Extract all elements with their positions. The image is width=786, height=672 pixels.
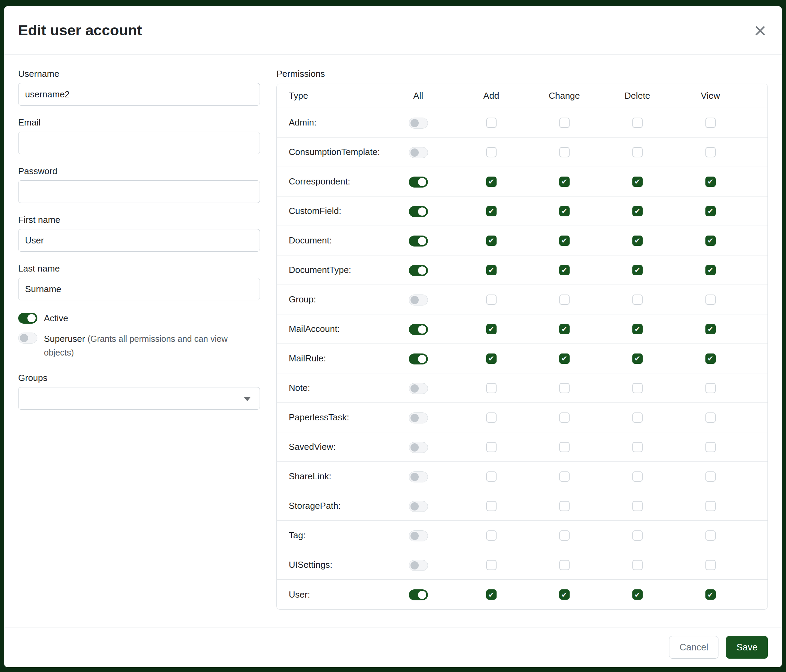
perm-all-toggle[interactable] (409, 589, 428, 600)
perm-change-checkbox[interactable] (559, 295, 570, 305)
perm-add-checkbox[interactable]: ✔ (486, 324, 497, 334)
perm-view-checkbox[interactable]: ✔ (706, 589, 716, 600)
perm-delete-checkbox[interactable]: ✔ (632, 265, 643, 275)
perm-view-checkbox[interactable] (706, 471, 716, 482)
perm-change-checkbox[interactable]: ✔ (559, 589, 570, 600)
password-input[interactable] (18, 181, 260, 203)
perm-change-checkbox[interactable] (559, 383, 570, 393)
perm-add-checkbox[interactable] (486, 383, 497, 393)
perm-all-toggle[interactable] (409, 295, 428, 306)
perm-delete-checkbox[interactable] (632, 147, 643, 157)
perm-all-toggle[interactable] (409, 383, 428, 394)
perm-add-checkbox[interactable] (486, 413, 497, 423)
groups-select[interactable] (18, 387, 260, 410)
perm-all-toggle[interactable] (409, 501, 428, 512)
perm-all-toggle[interactable] (409, 236, 428, 247)
perm-change-checkbox[interactable] (559, 560, 570, 570)
active-toggle[interactable] (18, 313, 38, 323)
permission-type-label: CustomField: (277, 206, 382, 216)
perm-add-checkbox[interactable]: ✔ (486, 177, 497, 187)
perm-add-checkbox[interactable]: ✔ (486, 206, 497, 216)
save-button[interactable]: Save (726, 636, 768, 659)
perm-delete-checkbox[interactable] (632, 383, 643, 393)
perm-all-toggle[interactable] (409, 177, 428, 188)
perm-add-checkbox[interactable] (486, 531, 497, 541)
perm-add-checkbox[interactable]: ✔ (486, 589, 497, 600)
perm-add-checkbox[interactable]: ✔ (486, 265, 497, 275)
perm-add-checkbox[interactable] (486, 442, 497, 452)
permission-row: StoragePath: (277, 491, 767, 521)
perm-add-checkbox[interactable] (486, 501, 497, 511)
perm-view-checkbox[interactable] (706, 295, 716, 305)
perm-delete-checkbox[interactable]: ✔ (632, 589, 643, 600)
perm-delete-checkbox[interactable] (632, 501, 643, 511)
perm-view-checkbox[interactable] (706, 442, 716, 452)
perm-change-checkbox[interactable]: ✔ (559, 177, 570, 187)
perm-change-checkbox[interactable] (559, 442, 570, 452)
perm-add-checkbox[interactable] (486, 560, 497, 570)
perm-delete-checkbox[interactable] (632, 295, 643, 305)
close-icon[interactable]: × (753, 20, 768, 41)
perm-change-checkbox[interactable] (559, 501, 570, 511)
perm-view-checkbox[interactable]: ✔ (706, 206, 716, 216)
perm-all-toggle[interactable] (409, 324, 428, 335)
perm-view-checkbox[interactable] (706, 531, 716, 541)
perm-all-toggle[interactable] (409, 531, 428, 542)
perm-change-checkbox[interactable]: ✔ (559, 265, 570, 275)
perm-delete-checkbox[interactable]: ✔ (632, 206, 643, 216)
perm-change-checkbox[interactable]: ✔ (559, 324, 570, 334)
first-name-input[interactable] (18, 229, 260, 252)
perm-delete-checkbox[interactable] (632, 531, 643, 541)
perm-add-checkbox[interactable] (486, 295, 497, 305)
perm-change-checkbox[interactable] (559, 471, 570, 482)
permission-row: ConsumptionTemplate: (277, 138, 767, 167)
perm-delete-checkbox[interactable] (632, 118, 643, 128)
perm-change-checkbox[interactable] (559, 147, 570, 157)
perm-delete-checkbox[interactable]: ✔ (632, 324, 643, 334)
superuser-toggle[interactable] (18, 333, 38, 344)
perm-all-toggle[interactable] (409, 206, 428, 217)
perm-add-checkbox[interactable]: ✔ (486, 353, 497, 364)
perm-change-checkbox[interactable]: ✔ (559, 206, 570, 216)
perm-view-checkbox[interactable] (706, 118, 716, 128)
perm-delete-checkbox[interactable]: ✔ (632, 177, 643, 187)
perm-all-toggle[interactable] (409, 353, 428, 364)
perm-view-checkbox[interactable]: ✔ (706, 265, 716, 275)
perm-all-toggle[interactable] (409, 413, 428, 424)
perm-delete-checkbox[interactable] (632, 560, 643, 570)
last-name-input[interactable] (18, 278, 260, 300)
perm-view-checkbox[interactable] (706, 560, 716, 570)
perm-change-checkbox[interactable]: ✔ (559, 236, 570, 246)
perm-view-checkbox[interactable] (706, 501, 716, 511)
perm-all-toggle[interactable] (409, 442, 428, 453)
perm-add-checkbox[interactable] (486, 147, 497, 157)
perm-view-checkbox[interactable]: ✔ (706, 353, 716, 364)
perm-view-checkbox[interactable] (706, 413, 716, 423)
perm-add-checkbox[interactable] (486, 471, 497, 482)
perm-change-checkbox[interactable] (559, 531, 570, 541)
perm-view-checkbox[interactable] (706, 383, 716, 393)
email-input[interactable] (18, 132, 260, 154)
perm-all-toggle[interactable] (409, 560, 428, 571)
perm-view-checkbox[interactable]: ✔ (706, 177, 716, 187)
perm-change-checkbox[interactable] (559, 118, 570, 128)
perm-all-toggle[interactable] (409, 471, 428, 482)
perm-add-checkbox[interactable]: ✔ (486, 236, 497, 246)
perm-all-toggle[interactable] (409, 147, 428, 158)
perm-all-toggle[interactable] (409, 265, 428, 276)
perm-view-checkbox[interactable]: ✔ (706, 324, 716, 334)
perm-delete-checkbox[interactable] (632, 442, 643, 452)
username-input[interactable] (18, 83, 260, 105)
perm-change-checkbox[interactable] (559, 413, 570, 423)
perm-view-checkbox[interactable]: ✔ (706, 236, 716, 246)
perm-all-toggle[interactable] (409, 118, 428, 129)
cancel-button[interactable]: Cancel (669, 636, 718, 659)
perm-add-checkbox[interactable] (486, 118, 497, 128)
perm-change-checkbox[interactable]: ✔ (559, 353, 570, 364)
perm-view-checkbox[interactable] (706, 147, 716, 157)
perm-delete-checkbox[interactable] (632, 471, 643, 482)
perm-delete-checkbox[interactable]: ✔ (632, 353, 643, 364)
perm-delete-checkbox[interactable]: ✔ (632, 236, 643, 246)
toggle-knob (410, 414, 419, 422)
perm-delete-checkbox[interactable] (632, 413, 643, 423)
